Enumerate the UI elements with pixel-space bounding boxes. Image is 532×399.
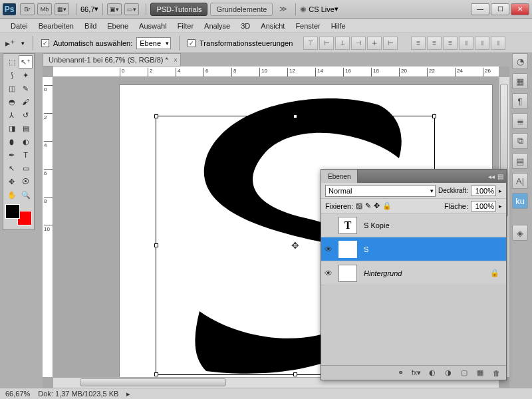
- dock-char-icon[interactable]: A|: [512, 173, 528, 189]
- tool-hand[interactable]: ✋: [5, 188, 19, 201]
- layer-name[interactable]: Hintergrund: [360, 269, 490, 277]
- dock-clone-icon[interactable]: ⧉: [512, 133, 528, 149]
- mask-icon[interactable]: ◐: [426, 368, 438, 378]
- view-extras-button[interactable]: ▦▾: [55, 3, 69, 15]
- align-left-icon[interactable]: ⊣: [351, 37, 366, 50]
- tool-zoom[interactable]: 🔍: [19, 188, 33, 201]
- arrange-button[interactable]: ▣▾: [107, 3, 122, 15]
- menu-bearbeiten[interactable]: Bearbeiten: [33, 20, 79, 32]
- tool-history[interactable]: ↺: [19, 108, 33, 122]
- layers-tab[interactable]: Ebenen: [321, 170, 358, 183]
- layer-row[interactable]: TS Kopie: [321, 213, 506, 237]
- adjustment-icon[interactable]: ◑: [442, 368, 454, 378]
- dock-paragraph-icon[interactable]: ¶: [512, 93, 528, 109]
- dock-grid-icon[interactable]: ▤: [512, 153, 528, 169]
- close-tab-icon[interactable]: ×: [174, 57, 178, 64]
- menu-3d[interactable]: 3D: [235, 20, 255, 32]
- tool-eyedropper[interactable]: ✎: [19, 82, 33, 95]
- lock-trans-icon[interactable]: ▨: [356, 201, 362, 210]
- visibility-icon[interactable]: 👁: [321, 245, 336, 254]
- dist-top-icon[interactable]: ≡: [411, 37, 426, 50]
- layer-thumb[interactable]: T: [338, 217, 357, 234]
- transform-checkbox[interactable]: ✓: [188, 39, 196, 47]
- align-bottom-icon[interactable]: ⊥: [335, 37, 350, 50]
- panel-collapse-icon[interactable]: ◂◂: [488, 173, 495, 180]
- tool-path[interactable]: ↖: [5, 162, 19, 175]
- menu-fenster[interactable]: Fenster: [290, 20, 325, 32]
- maximize-button[interactable]: ☐: [491, 3, 509, 15]
- auto-select-dropdown[interactable]: Ebene: [136, 37, 171, 49]
- document-tab[interactable]: Unbenannt-1 bei 66,7% (S, RGB/8) *×: [43, 53, 181, 66]
- workspace-more-icon[interactable]: ≫: [279, 5, 287, 13]
- minibridge-button[interactable]: Mb: [37, 3, 52, 15]
- tool-lasso[interactable]: ⟆: [5, 68, 19, 82]
- tool-3dcam[interactable]: ⦿: [19, 175, 33, 188]
- ruler-horizontal[interactable]: 024681012141618202224262830: [53, 66, 499, 77]
- cslive-label[interactable]: CS Live: [309, 5, 334, 13]
- tool-marquee[interactable]: ⬚: [5, 55, 19, 68]
- dock-brushes-icon[interactable]: ≣: [512, 113, 528, 129]
- auto-select-checkbox[interactable]: ✓: [41, 39, 49, 47]
- tool-crop[interactable]: ◫: [5, 82, 19, 95]
- dock-color-icon[interactable]: ◔: [512, 53, 528, 69]
- dist-left-icon[interactable]: ⦀: [459, 37, 473, 50]
- menu-filter[interactable]: Filter: [172, 20, 199, 32]
- status-zoom[interactable]: 66,67%: [5, 390, 30, 398]
- fx-icon[interactable]: fx▾: [410, 368, 422, 378]
- link-layers-icon[interactable]: ⚭: [394, 368, 406, 378]
- layer-name[interactable]: S Kopie: [360, 221, 506, 229]
- fill-field[interactable]: 100%: [471, 201, 496, 211]
- tool-shape[interactable]: ▭: [19, 162, 33, 175]
- visibility-icon[interactable]: 👁: [321, 269, 336, 278]
- tool-gradient[interactable]: ▤: [19, 122, 33, 135]
- tool-3d[interactable]: ✥: [5, 175, 19, 188]
- tool-dodge[interactable]: ◐: [19, 135, 33, 148]
- status-doc[interactable]: Dok: 1,37 MB/1023,5 KB: [38, 390, 118, 398]
- tool-pen[interactable]: ✒: [5, 148, 19, 162]
- dock-swatches-icon[interactable]: ▦: [512, 73, 528, 89]
- dist-hmid-icon[interactable]: ⦀: [475, 37, 489, 50]
- dist-bottom-icon[interactable]: ≡: [443, 37, 458, 50]
- layers-empty-area[interactable]: [321, 285, 506, 365]
- dist-right-icon[interactable]: ⦀: [491, 37, 505, 50]
- delete-layer-icon[interactable]: 🗑: [490, 368, 502, 378]
- layer-row[interactable]: 👁TS: [321, 237, 506, 261]
- layer-thumb[interactable]: [338, 265, 357, 282]
- layer-name[interactable]: S: [360, 245, 506, 253]
- tool-wand[interactable]: ✦: [19, 68, 33, 82]
- tool-eraser[interactable]: ◨: [5, 122, 19, 135]
- tool-brush[interactable]: 🖌: [19, 95, 33, 108]
- blend-mode-select[interactable]: Normal: [325, 185, 436, 197]
- tool-type[interactable]: T: [19, 148, 33, 162]
- new-layer-icon[interactable]: ▦: [474, 368, 486, 378]
- screen-mode-button[interactable]: ▭▾: [124, 3, 139, 15]
- color-swatch[interactable]: [5, 204, 32, 225]
- workspace-grund[interactable]: Grundelemente: [210, 3, 273, 16]
- align-top-icon[interactable]: ⊤: [303, 37, 318, 50]
- tool-blur[interactable]: ⬮: [5, 135, 19, 148]
- menu-datei[interactable]: Datei: [5, 20, 33, 32]
- dock-layers-icon[interactable]: ◈: [512, 225, 528, 241]
- layer-thumb[interactable]: T: [338, 241, 357, 258]
- group-icon[interactable]: ▢: [458, 368, 470, 378]
- menu-ansicht[interactable]: Ansicht: [255, 20, 290, 32]
- menu-analyse[interactable]: Analyse: [199, 20, 235, 32]
- tool-heal[interactable]: ◓: [5, 95, 19, 108]
- lock-paint-icon[interactable]: ✎: [365, 201, 371, 210]
- dist-vmid-icon[interactable]: ≡: [427, 37, 442, 50]
- tool-move[interactable]: ↖⁺: [19, 55, 33, 68]
- menu-ebene[interactable]: Ebene: [102, 20, 134, 32]
- lock-move-icon[interactable]: ✥: [374, 201, 380, 210]
- zoom-value[interactable]: 66,7: [80, 5, 94, 13]
- align-hmid-icon[interactable]: ∔: [367, 37, 382, 50]
- minimize-button[interactable]: —: [471, 3, 489, 15]
- opacity-field[interactable]: 100%: [471, 186, 496, 196]
- workspace-psd[interactable]: PSD-Tutorials: [150, 3, 207, 16]
- panel-menu-icon[interactable]: ▤: [497, 173, 503, 180]
- dock-kuler-icon[interactable]: ku: [512, 193, 528, 209]
- align-vmid-icon[interactable]: ⊢: [319, 37, 334, 50]
- ruler-vertical[interactable]: 0246810: [43, 77, 53, 377]
- align-right-icon[interactable]: ⊢: [383, 37, 398, 50]
- menu-bild[interactable]: Bild: [79, 20, 102, 32]
- bridge-button[interactable]: Br: [20, 3, 35, 15]
